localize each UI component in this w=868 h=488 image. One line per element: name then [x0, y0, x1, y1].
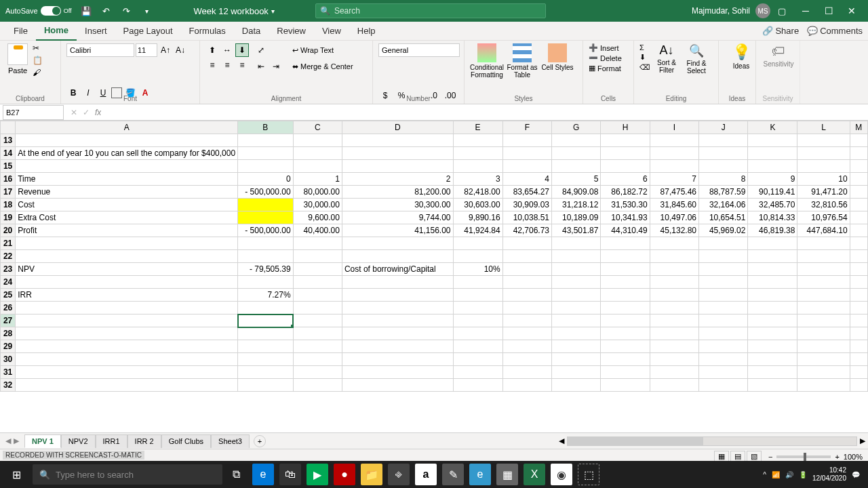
cell[interactable]	[797, 160, 850, 173]
cell[interactable]	[293, 289, 342, 302]
autosave-switch[interactable]	[41, 6, 61, 16]
cell[interactable]	[601, 263, 650, 276]
cell[interactable]	[748, 237, 797, 250]
amazon-icon[interactable]: a	[415, 464, 437, 485]
cell[interactable]	[293, 327, 342, 340]
cell[interactable]	[601, 134, 650, 147]
cell[interactable]: 45,132.80	[650, 224, 698, 237]
cell[interactable]: 2	[342, 173, 453, 186]
cell[interactable]	[342, 237, 453, 250]
format-as-table-button[interactable]: Format as Table	[505, 43, 539, 79]
cell[interactable]	[552, 314, 601, 327]
cell[interactable]	[342, 340, 453, 353]
cell[interactable]	[238, 211, 293, 224]
cell[interactable]	[650, 366, 698, 379]
cell[interactable]: NPV	[16, 263, 238, 276]
cell[interactable]: Cost of borrowing/Capital	[342, 263, 453, 276]
cell[interactable]	[453, 289, 502, 302]
cell[interactable]	[699, 327, 748, 340]
cell[interactable]	[552, 250, 601, 263]
cell[interactable]	[453, 314, 502, 327]
cell[interactable]: 30,909.03	[502, 199, 551, 211]
cell[interactable]	[601, 250, 650, 263]
cell[interactable]: - 500,000.00	[238, 224, 293, 237]
row-header[interactable]: 18	[1, 199, 16, 211]
cell[interactable]	[601, 366, 650, 379]
cell[interactable]: Revenue	[16, 186, 238, 199]
tab-help[interactable]: Help	[349, 22, 384, 41]
maximize-button[interactable]: ☐	[818, 1, 840, 20]
cell[interactable]	[699, 314, 748, 327]
cell[interactable]	[797, 366, 850, 379]
cell[interactable]: 5	[552, 173, 601, 186]
cell[interactable]	[453, 327, 502, 340]
cell[interactable]	[293, 340, 342, 353]
cell[interactable]	[342, 366, 453, 379]
close-button[interactable]: ✕	[841, 1, 863, 20]
cell[interactable]	[699, 289, 748, 302]
cell[interactable]	[502, 276, 551, 289]
cell[interactable]	[342, 327, 453, 340]
cell[interactable]	[601, 147, 650, 160]
column-header[interactable]: H	[601, 121, 650, 134]
find-select-button[interactable]: 🔍Find & Select	[683, 43, 710, 75]
undo-icon[interactable]: ↶	[100, 5, 113, 17]
cell[interactable]	[502, 379, 551, 392]
cell[interactable]	[850, 263, 867, 276]
search-box[interactable]: 🔍 Search	[315, 3, 546, 18]
cell[interactable]	[293, 250, 342, 263]
cell[interactable]	[850, 237, 867, 250]
cell[interactable]	[650, 289, 698, 302]
decrease-font-icon[interactable]: A↓	[174, 43, 187, 57]
row-header[interactable]: 23	[1, 263, 16, 276]
cell[interactable]	[850, 186, 867, 199]
wifi-icon[interactable]: 📶	[772, 471, 780, 479]
cell[interactable]	[16, 366, 238, 379]
cell[interactable]	[699, 366, 748, 379]
cell[interactable]	[748, 379, 797, 392]
row-header[interactable]: 24	[1, 276, 16, 289]
cell[interactable]	[552, 289, 601, 302]
cell[interactable]	[552, 263, 601, 276]
cell[interactable]	[748, 263, 797, 276]
sheet-tab[interactable]: Golf Clubs	[161, 434, 211, 448]
qa-dropdown-icon[interactable]: ▾	[141, 5, 153, 17]
column-header[interactable]: A	[16, 121, 238, 134]
cell[interactable]: 31,845.60	[650, 199, 698, 211]
redo-icon[interactable]: ↷	[121, 5, 133, 17]
cell[interactable]	[699, 276, 748, 289]
cell[interactable]: - 500,000.00	[238, 186, 293, 199]
cell[interactable]	[850, 353, 867, 366]
align-middle-icon[interactable]: ↔	[220, 43, 234, 57]
scroll-thumb[interactable]	[568, 437, 703, 445]
cell[interactable]	[601, 340, 650, 353]
cell[interactable]	[293, 379, 342, 392]
row-header[interactable]: 17	[1, 186, 16, 199]
cell[interactable]	[16, 302, 238, 314]
cell[interactable]: 9,890.16	[453, 211, 502, 224]
tab-view[interactable]: View	[314, 22, 349, 41]
cell[interactable]	[293, 134, 342, 147]
cell[interactable]	[748, 289, 797, 302]
cell[interactable]	[850, 134, 867, 147]
tab-formulas[interactable]: Formulas	[181, 22, 234, 41]
row-header[interactable]: 21	[1, 237, 16, 250]
row-header[interactable]: 13	[1, 134, 16, 147]
cell[interactable]	[238, 314, 293, 327]
cell[interactable]	[850, 379, 867, 392]
cell[interactable]	[16, 160, 238, 173]
row-header[interactable]: 29	[1, 340, 16, 353]
cell[interactable]: 86,182.72	[601, 186, 650, 199]
share-button[interactable]: 🔗Share	[762, 26, 799, 36]
cell[interactable]	[797, 289, 850, 302]
sheet-nav-prev-icon[interactable]: ◀	[5, 436, 11, 445]
cell[interactable]: 10,189.09	[552, 211, 601, 224]
enter-formula-icon[interactable]: ✓	[83, 108, 90, 117]
cell[interactable]: 81,200.00	[342, 186, 453, 199]
cell[interactable]	[502, 147, 551, 160]
row-header[interactable]: 32	[1, 379, 16, 392]
cell[interactable]: 7	[650, 173, 698, 186]
column-header[interactable]: B	[238, 121, 293, 134]
cell[interactable]	[748, 276, 797, 289]
cell[interactable]	[552, 379, 601, 392]
